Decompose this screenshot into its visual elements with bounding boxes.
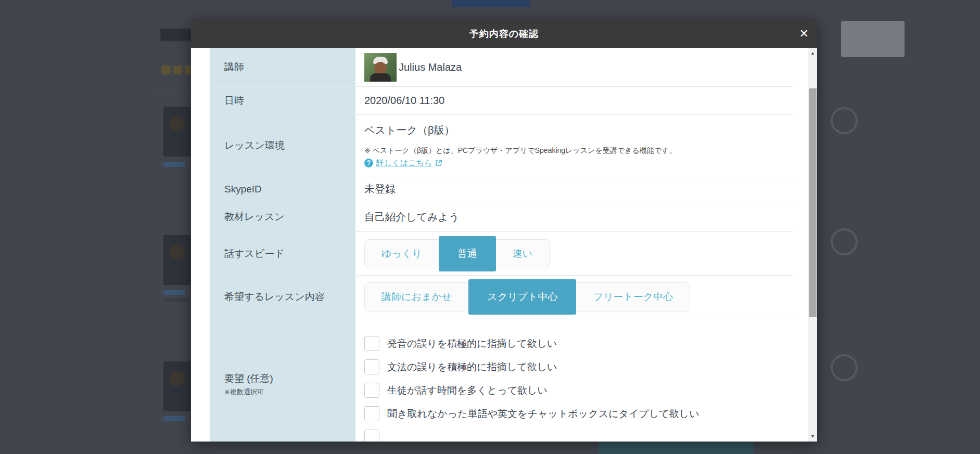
- background-teacher-link: [163, 162, 185, 167]
- list-item: [364, 430, 793, 442]
- row-skypeid: SkypeID 未登録: [210, 176, 793, 202]
- row-material: 教材レッスン 自己紹介してみよう: [210, 202, 793, 232]
- teacher-name: Julius Malaza: [399, 61, 462, 73]
- checkbox-type-in-chatbox[interactable]: [364, 406, 379, 421]
- list-item: 聞き取れなかった単語や英文をチャットボックスにタイプして欲しい: [364, 406, 793, 421]
- material-value: 自己紹介してみよう: [364, 210, 793, 224]
- star-icon: [161, 66, 170, 74]
- background-next-arrow-button: [831, 354, 858, 381]
- reservation-confirm-modal: 予約内容の確認 ✕ 講師 Julius Malaza 日時: [191, 19, 817, 442]
- row-lesson-content: 希望するレッスン内容 講師におまかせ スクリプト中心 フリートーク中心: [210, 276, 793, 318]
- scrollbar-up-arrow-icon[interactable]: ▲: [808, 49, 817, 57]
- row-environment-label: レッスン環境: [210, 115, 355, 176]
- row-skypeid-label: SkypeID: [210, 176, 355, 202]
- star-icon: [173, 66, 182, 74]
- background-primary-button: [452, 0, 530, 7]
- external-link-icon: [435, 159, 442, 166]
- environment-value: ベストーク（β版）: [364, 123, 793, 137]
- background-teacher-link: [163, 290, 185, 295]
- background-reserve-button: [599, 442, 754, 454]
- environment-note: ※ ベストーク（β版）とは、PCブラウザ・アプリでSpeakingレッスンを受講…: [364, 146, 793, 155]
- row-requests-label: 要望 (任意): [224, 372, 355, 385]
- modal-title: 予約内容の確認: [469, 28, 539, 40]
- scrollbar-down-arrow-icon[interactable]: ▼: [808, 432, 817, 440]
- checkbox-student-talk-time[interactable]: [364, 383, 379, 398]
- row-teacher: 講師 Julius Malaza: [210, 48, 793, 87]
- background-info-card: [841, 21, 905, 57]
- datetime-value: 2020/06/10 11:30: [364, 95, 793, 107]
- modal-body: 講師 Julius Malaza 日時 2020/06/10 11:30: [191, 48, 817, 442]
- checkbox-pronunciation[interactable]: [364, 336, 379, 351]
- environment-details-link[interactable]: 詳しくはこちら: [376, 158, 432, 168]
- row-teacher-value: Julius Malaza: [355, 48, 793, 86]
- close-icon[interactable]: ✕: [799, 28, 809, 40]
- background-teacher-avatar: [163, 107, 190, 157]
- scrollbar-thumb[interactable]: [809, 88, 817, 317]
- row-teacher-label: 講師: [210, 48, 355, 86]
- speed-segmented-control: ゆっくり 普通 速い: [364, 239, 550, 268]
- requests-checkbox-list: 発音の誤りを積極的に指摘して欲しい 文法の誤りを積極的に指摘して欲しい 生徒が話…: [364, 336, 793, 442]
- checkbox-label: 文法の誤りを積極的に指摘して欲しい: [387, 360, 557, 374]
- list-item: 生徒が話す時間を多くとって欲しい: [364, 383, 793, 398]
- confirmation-table: 講師 Julius Malaza 日時 2020/06/10 11:30: [210, 48, 793, 442]
- teacher-avatar: [364, 53, 397, 82]
- lesson-content-segmented-control: 講師におまかせ スクリプト中心 フリートーク中心: [364, 282, 690, 312]
- speed-option-fast[interactable]: 速い: [496, 239, 549, 268]
- speed-option-normal[interactable]: 普通: [439, 236, 496, 271]
- content-option-script[interactable]: スクリプト中心: [468, 279, 576, 315]
- row-requests-sublabel: ※複数選択可: [224, 387, 355, 397]
- checkbox-partial[interactable]: [364, 430, 379, 442]
- checkbox-label: 発音の誤りを積極的に指摘して欲しい: [387, 337, 557, 351]
- skypeid-value: 未登録: [364, 182, 793, 196]
- list-item: 発音の誤りを積極的に指摘して欲しい: [364, 336, 793, 351]
- background-next-arrow-button: [831, 107, 858, 134]
- background-teacher-avatar: [163, 235, 190, 285]
- background-teacher-link: [163, 416, 185, 421]
- row-speaking-speed: 話すスピード ゆっくり 普通 速い: [210, 232, 793, 276]
- row-lesson-content-label: 希望するレッスン内容: [210, 276, 355, 318]
- speed-option-slow[interactable]: ゆっくり: [365, 239, 439, 268]
- background-teacher-avatar: [163, 361, 190, 411]
- content-option-teacher-choice[interactable]: 講師におまかせ: [365, 282, 468, 312]
- background-teacher-subtext: [163, 299, 189, 302]
- row-speaking-speed-label: 話すスピード: [210, 232, 355, 275]
- row-material-label: 教材レッスン: [210, 202, 355, 231]
- list-item: 文法の誤りを積極的に指摘して欲しい: [364, 359, 793, 374]
- modal-scrollbar[interactable]: ▲ ▼: [808, 48, 817, 442]
- row-datetime-label: 日時: [210, 87, 355, 114]
- help-icon[interactable]: ?: [364, 159, 373, 167]
- content-option-freetalk[interactable]: フリートーク中心: [576, 282, 690, 312]
- row-datetime: 日時 2020/06/10 11:30: [210, 87, 793, 115]
- checkbox-grammar[interactable]: [364, 359, 379, 374]
- row-environment: レッスン環境 ベストーク（β版） ※ ベストーク（β版）とは、PCブラウザ・アプ…: [210, 115, 793, 176]
- checkbox-label: 聞き取れなかった単語や英文をチャットボックスにタイプして欲しい: [387, 407, 699, 421]
- background-next-arrow-button: [831, 228, 858, 255]
- checkbox-label: 生徒が話す時間を多くとって欲しい: [387, 384, 548, 397]
- row-requests: 要望 (任意) ※複数選択可 発音の誤りを積極的に指摘して欲しい 文法の誤りを積…: [210, 318, 793, 442]
- modal-header: 予約内容の確認 ✕: [191, 19, 817, 48]
